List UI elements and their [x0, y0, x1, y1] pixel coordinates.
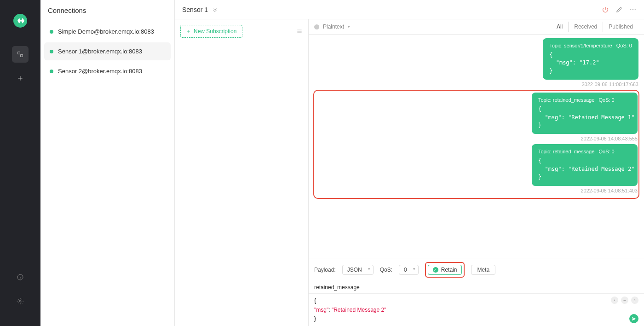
- list-icon: [296, 28, 303, 35]
- status-dot: [50, 30, 53, 34]
- send-icon: [632, 316, 637, 321]
- disconnect-button[interactable]: [602, 6, 609, 13]
- collapse-icon[interactable]: [212, 6, 218, 13]
- power-icon: [602, 6, 609, 13]
- nav-new[interactable]: [12, 70, 29, 87]
- svg-rect-1: [21, 55, 23, 57]
- connection-name: Sensor 1: [182, 6, 208, 13]
- message-timestamp: 2022-09-06 11:00:17:663: [581, 82, 638, 87]
- tab-received[interactable]: Received: [568, 22, 603, 32]
- dots-icon: [629, 6, 637, 13]
- svg-point-6: [635, 9, 636, 10]
- message: Topic: sensor/1/temperature QoS: 0{ "msg…: [314, 38, 638, 87]
- svg-rect-0: [18, 52, 20, 54]
- topic-input[interactable]: retained_message: [309, 281, 644, 294]
- message-timestamp: 2022-09-06 14:08:51:403: [581, 188, 638, 193]
- qos-label: QoS:: [380, 267, 392, 273]
- info-icon: [17, 274, 24, 281]
- app-nav: [0, 0, 40, 326]
- titlebar: Sensor 1: [175, 0, 644, 19]
- retain-highlight: ✓ Retain: [425, 262, 465, 278]
- payload-label: Payload:: [314, 267, 336, 273]
- message: Topic: retained_message QoS: 0{ "msg": "…: [315, 144, 638, 193]
- connection-list: Simple Demo@broker.emqx.io:8083Sensor 1@…: [40, 21, 174, 84]
- retain-label: Retain: [441, 267, 457, 273]
- svg-point-4: [630, 9, 631, 10]
- app-logo: [13, 14, 27, 28]
- edit-button[interactable]: [615, 6, 623, 13]
- retain-toggle[interactable]: ✓ Retain: [428, 265, 462, 275]
- format-select[interactable]: Plaintext ▾: [314, 23, 350, 30]
- nav-info[interactable]: [12, 269, 29, 285]
- nav-connections[interactable]: [12, 46, 29, 63]
- nav-settings[interactable]: [12, 293, 29, 309]
- composer: Payload: JSON QoS: 0 ✓ Retain Meta retai…: [309, 258, 644, 326]
- plus-icon: [17, 75, 24, 82]
- connection-label: Simple Demo@broker.emqx.io:8083: [58, 28, 154, 35]
- main-area: Sensor 1 New Subscription Plaintext: [175, 0, 644, 326]
- message-body: { "msg": "17.2" }: [549, 51, 632, 75]
- retained-highlight: Topic: retained_message QoS: 0{ "msg": "…: [313, 90, 639, 198]
- connection-item[interactable]: Sensor 1@broker.emqx.io:8083: [44, 42, 171, 60]
- new-subscription-button[interactable]: New Subscription: [180, 25, 242, 38]
- payload-editor[interactable]: { "msg": "Retained Message 2"} ‹ – ›: [309, 294, 644, 326]
- payload-format-select[interactable]: JSON: [342, 265, 374, 275]
- chevron-down-icon: ▾: [348, 24, 350, 29]
- send-button[interactable]: [629, 314, 638, 323]
- history-prev-button[interactable]: ‹: [611, 297, 618, 304]
- svg-point-3: [19, 300, 21, 302]
- tab-all[interactable]: All: [551, 22, 568, 32]
- connection-item[interactable]: Simple Demo@broker.emqx.io:8083: [44, 23, 171, 41]
- status-dot: [50, 70, 53, 73]
- gear-icon: [17, 297, 24, 305]
- new-subscription-label: New Subscription: [194, 28, 236, 35]
- history-dash-button[interactable]: –: [621, 297, 628, 304]
- subscription-list-toggle[interactable]: [296, 28, 303, 35]
- tab-published[interactable]: Published: [603, 22, 638, 32]
- connection-item[interactable]: Sensor 2@broker.emqx.io:8083: [44, 62, 171, 80]
- history-next-button[interactable]: ›: [631, 297, 638, 304]
- message: Topic: retained_message QoS: 0{ "msg": "…: [315, 93, 638, 141]
- connections-icon: [17, 51, 24, 58]
- payload-body: { "msg": "Retained Message 2"}: [314, 297, 386, 321]
- message-meta: Topic: sensor/1/temperature QoS: 0: [549, 43, 632, 48]
- svg-point-5: [632, 9, 633, 10]
- messages-panel: Plaintext ▾ All Received Published Topic…: [309, 19, 644, 326]
- subscriptions-panel: New Subscription: [175, 19, 309, 326]
- message-timestamp: 2022-09-06 14:08:43:555: [581, 136, 638, 141]
- more-button[interactable]: [629, 6, 637, 13]
- messages-toolbar: Plaintext ▾ All Received Published: [309, 19, 644, 35]
- check-icon: ✓: [433, 267, 438, 273]
- connection-title: Sensor 1: [182, 6, 218, 13]
- message-body: { "msg": "Retained Message 2" }: [538, 157, 631, 181]
- connection-label: Sensor 2@broker.emqx.io:8083: [58, 68, 142, 75]
- connections-title: Connections: [40, 0, 174, 21]
- logo-icon: [16, 17, 24, 25]
- connection-label: Sensor 1@broker.emqx.io:8083: [58, 48, 142, 55]
- message-list: Topic: sensor/1/temperature QoS: 0{ "msg…: [309, 35, 644, 258]
- qos-select[interactable]: 0: [399, 265, 419, 275]
- format-label: Plaintext: [323, 23, 344, 30]
- meta-button[interactable]: Meta: [471, 265, 495, 275]
- message-meta: Topic: retained_message QoS: 0: [538, 97, 631, 103]
- message-body: { "msg": "Retained Message 1" }: [538, 105, 631, 129]
- status-indicator: [314, 24, 319, 29]
- plus-icon: [186, 29, 191, 34]
- message-meta: Topic: retained_message QoS: 0: [538, 149, 631, 154]
- status-dot: [50, 50, 53, 53]
- connections-panel: Connections Simple Demo@broker.emqx.io:8…: [40, 0, 175, 326]
- pencil-icon: [615, 6, 623, 13]
